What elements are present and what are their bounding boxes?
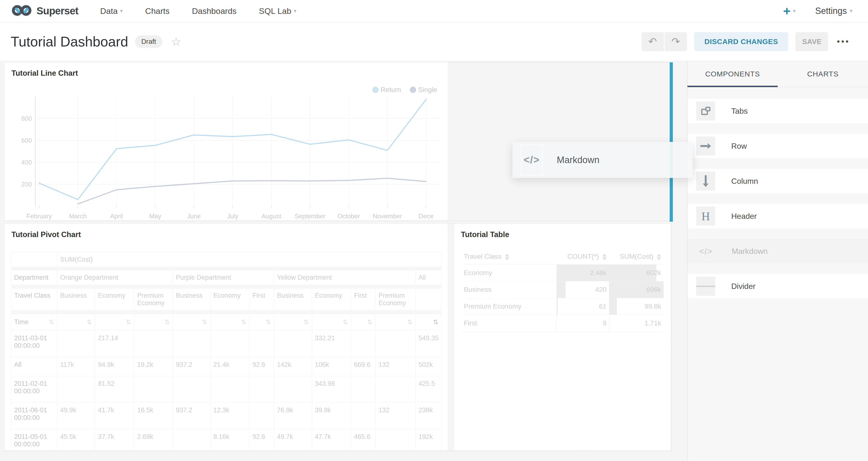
component-item-column[interactable]: Column	[687, 169, 868, 193]
nav-item-data[interactable]: Data▾	[100, 6, 123, 16]
sort-icon[interactable]: ⇅	[407, 318, 412, 326]
pivot-cell: 16.5k	[134, 403, 173, 429]
pivot-row-label: 2011-02-01 00:00:00	[11, 376, 57, 403]
sort-icon[interactable]: ⇅	[266, 318, 271, 326]
pivot-cell: 465.6	[351, 429, 375, 451]
table-col-header[interactable]: Travel Class	[461, 249, 557, 265]
pivot-cell: 49.7k	[274, 429, 312, 451]
builder-panel: COMPONENTS CHARTS TabsRowColumnHHeader</…	[687, 61, 868, 461]
svg-text:May: May	[149, 213, 161, 220]
sort-icon[interactable]	[657, 254, 661, 260]
table-row[interactable]: First 9 1.71k	[461, 315, 663, 332]
component-item-header[interactable]: HHeader	[687, 204, 868, 228]
pivot-col-header	[415, 288, 441, 311]
pivot-chart-card[interactable]: Tutorial Pivot Chart SUM(Cost)Department…	[4, 224, 448, 451]
pivot-cell	[351, 403, 375, 429]
sort-icon[interactable]: ⇅	[164, 318, 170, 326]
pivot-cell	[351, 376, 375, 403]
nav-item-charts[interactable]: Charts	[145, 6, 169, 16]
discard-changes-button[interactable]: DISCARD CHANGES	[694, 32, 788, 51]
table-cell: Business	[461, 281, 557, 298]
table-row[interactable]: Business 420 696k	[461, 281, 663, 298]
favorite-star-icon[interactable]: ☆	[171, 35, 181, 48]
pivot-cell	[274, 331, 312, 357]
superset-logo[interactable]: Superset	[11, 3, 79, 19]
pivot-metric-row: SUM(Cost)	[11, 252, 441, 267]
pivot-cell: 132	[375, 403, 415, 429]
legend-dot	[372, 87, 379, 93]
pivot-cell: 76.9k	[274, 403, 312, 429]
line-chart-card[interactable]: Tutorial Line Chart ReturnSingle 2004006…	[4, 62, 448, 221]
component-item-divider[interactable]: Divider	[687, 274, 868, 299]
pivot-cell	[173, 429, 210, 451]
pivot-spacer-row	[11, 311, 441, 314]
tab-charts[interactable]: CHARTS	[778, 61, 868, 87]
redo-button[interactable]: ↷	[664, 32, 687, 51]
table-row[interactable]: Economy 2.46k 602k	[461, 265, 663, 281]
sort-icon[interactable]	[602, 254, 607, 260]
component-item-label: Column	[731, 177, 758, 186]
pivot-time-label[interactable]: Time⇅	[11, 314, 57, 331]
component-item-row[interactable]: Row	[687, 134, 868, 158]
pivot-row-label: 2011-06-01 00:00:00	[11, 403, 57, 429]
undo-icon: ↶	[648, 35, 657, 48]
page-title[interactable]: Tutorial Dashboard	[11, 34, 128, 50]
dashboard-row-2[interactable]: Tutorial Pivot Chart SUM(Cost)Department…	[4, 224, 672, 451]
pivot-cell: 81.52	[95, 376, 134, 403]
undo-button[interactable]: ↶	[642, 32, 664, 51]
sort-icon[interactable]: ⇅	[49, 318, 54, 326]
table-col-header[interactable]: SUM(Cost)	[609, 249, 663, 265]
component-item-label: Header	[731, 212, 757, 221]
more-options-button[interactable]: •••	[835, 36, 851, 47]
component-item-label: Tabs	[731, 106, 748, 116]
tab-components[interactable]: COMPONENTS	[687, 61, 778, 87]
table-col-header[interactable]: COUNT(*)	[557, 249, 609, 265]
dashboard-row-1[interactable]: Tutorial Line Chart ReturnSingle 2004006…	[4, 62, 672, 221]
pivot-data-row: 2011-03-01 00:00:00217.14332.21549.35	[11, 331, 441, 357]
pivot-cell	[210, 376, 249, 403]
sort-icon[interactable]: ⇅	[126, 318, 131, 326]
sort-icon[interactable]: ⇅	[304, 318, 309, 326]
sort-icon[interactable]: ⇅	[343, 318, 348, 326]
save-button[interactable]: SAVE	[796, 32, 828, 51]
legend-item-single[interactable]: Single	[410, 86, 437, 94]
superset-logo-icon	[11, 3, 33, 19]
sort-icon[interactable]: ⇅	[87, 318, 92, 326]
component-item-label: Markdown	[732, 247, 768, 256]
nav-item-sql-lab[interactable]: SQL Lab▾	[259, 6, 297, 16]
table-chart-card[interactable]: Tutorial Table Travel ClassCOUNT(*)SUM(C…	[454, 224, 671, 451]
tabs-icon	[696, 101, 715, 121]
pivot-data-row: 2011-06-01 00:00:0049.9k41.7k16.5k937.21…	[11, 403, 441, 429]
pivot-cell	[134, 376, 173, 403]
table-cell: 1.71k	[609, 315, 663, 332]
pivot-col-header: Business	[173, 288, 210, 311]
sort-icon[interactable]: ⇅	[433, 318, 438, 326]
settings-menu[interactable]: Settings▾	[815, 6, 852, 16]
component-item-tabs[interactable]: Tabs	[687, 99, 868, 123]
column-icon	[696, 172, 715, 191]
pivot-cell: 37.7k	[95, 429, 134, 451]
sort-icon[interactable]	[505, 254, 509, 260]
new-item-button[interactable]: +▾	[783, 4, 796, 18]
table-row[interactable]: Premium Economy 61 99.8k	[461, 298, 663, 315]
pivot-cell: 117k	[57, 357, 95, 376]
pivot-cell: 142k	[274, 357, 312, 376]
legend-item-return[interactable]: Return	[372, 86, 401, 94]
sort-icon[interactable]: ⇅	[202, 318, 207, 326]
pivot-row-label: All	[11, 357, 57, 376]
svg-text:July: July	[227, 213, 238, 220]
nav-item-dashboards[interactable]: Dashboards	[192, 6, 237, 16]
line-chart: 200400600800FebruaryMarchAprilMayJuneJul…	[12, 97, 440, 221]
pivot-cell	[249, 331, 274, 357]
table-cell: 9	[557, 315, 609, 332]
pivot-cell	[351, 331, 375, 357]
pivot-cell: 937.2	[173, 357, 210, 376]
pivot-cell: 47.7k	[312, 429, 351, 451]
pivot-cell: 217.14	[95, 331, 134, 357]
sort-icon[interactable]: ⇅	[367, 318, 373, 326]
sort-icon[interactable]: ⇅	[241, 318, 247, 326]
table-cell: 696k	[609, 281, 663, 298]
markdown-drag-preview[interactable]: </> Markdown	[513, 142, 692, 178]
chevron-down-icon: ▾	[793, 8, 796, 14]
chart-legend: ReturnSingle	[372, 86, 437, 94]
